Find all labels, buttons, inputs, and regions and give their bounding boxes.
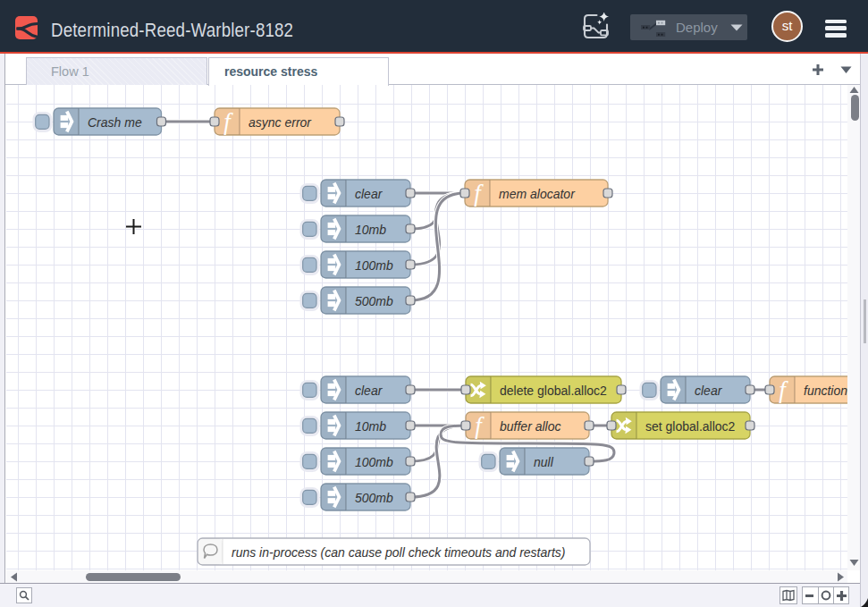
svg-text:set global.alloc2: set global.alloc2	[645, 419, 736, 434]
svg-text:500mb: 500mb	[355, 491, 393, 505]
svg-text:delete global.alloc2: delete global.alloc2	[500, 384, 607, 398]
svg-text:function: function	[804, 384, 847, 398]
svg-text:Crash me: Crash me	[88, 115, 142, 130]
svg-text:null: null	[534, 455, 554, 469]
svg-text:runs in-process (can cause pol: runs in-process (can cause poll check ti…	[232, 545, 566, 560]
svg-text:mem alocator: mem alocator	[499, 187, 576, 201]
svg-text:clear: clear	[355, 187, 383, 201]
svg-text:10mb: 10mb	[355, 223, 386, 237]
svg-text:buffer alloc: buffer alloc	[500, 419, 560, 434]
svg-text:100mb: 100mb	[355, 258, 393, 273]
svg-text:clear: clear	[355, 384, 383, 398]
svg-text:100mb: 100mb	[355, 455, 393, 469]
svg-text:10mb: 10mb	[355, 419, 386, 434]
svg-text:async error: async error	[249, 115, 312, 130]
svg-text:clear: clear	[695, 384, 723, 398]
svg-text:500mb: 500mb	[355, 294, 393, 308]
